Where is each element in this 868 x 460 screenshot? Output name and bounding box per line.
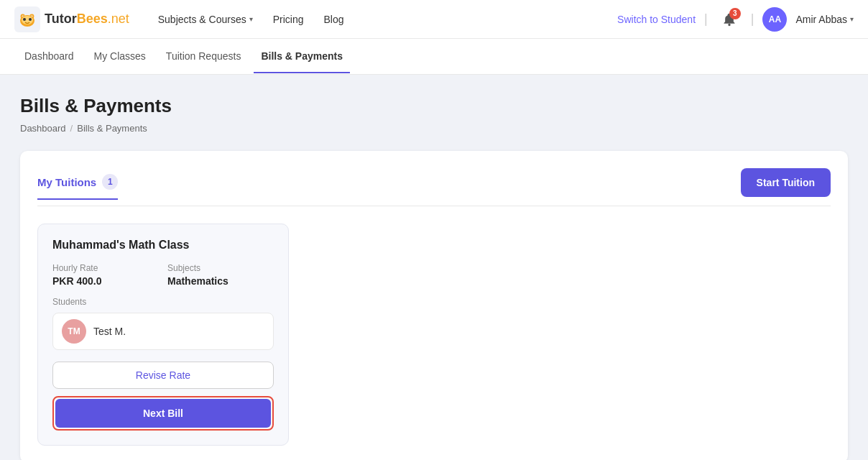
tab-my-tuitions[interactable]: My Tuitions 1 [37, 174, 118, 200]
student-row: TM Test M. [52, 313, 274, 350]
next-bill-button-wrapper: Next Bill [52, 396, 274, 431]
tab-row: My Tuitions 1 Start Tuition [37, 168, 831, 206]
user-menu[interactable]: Amir Abbas ▾ [795, 14, 854, 25]
notification-badge: 3 [729, 8, 741, 19]
hourly-rate-label: Hourly Rate [52, 263, 159, 273]
navbar: TutorBees.net Subjects & Courses ▾ Prici… [0, 0, 868, 39]
tuition-count-badge: 1 [102, 174, 118, 190]
page-content: Bills & Payments Dashboard / Bills & Pay… [0, 75, 868, 460]
svg-point-4 [29, 18, 32, 21]
logo-icon [14, 6, 40, 32]
nav-right: Switch to Student | 3 | AA Amir Abbas ▾ [617, 6, 854, 32]
notification-button[interactable]: 3 [716, 6, 742, 32]
next-bill-button[interactable]: Next Bill [55, 399, 271, 428]
sub-nav: Dashboard My Classes Tuition Requests Bi… [0, 39, 868, 75]
subjects-label: Subjects [167, 263, 274, 273]
start-tuition-button[interactable]: Start Tuition [741, 168, 831, 197]
svg-point-5 [728, 23, 730, 25]
main-card: My Tuitions 1 Start Tuition Muhammad's M… [20, 151, 848, 460]
tuition-card-title: Muhammad's Math Class [52, 239, 274, 252]
logo[interactable]: TutorBees.net [14, 6, 129, 32]
nav-divider-2: | [751, 12, 754, 27]
students-section: Students TM Test M. [52, 297, 274, 350]
subnav-tuition-requests[interactable]: Tuition Requests [159, 40, 249, 73]
student-avatar: TM [62, 319, 86, 344]
nav-pricing[interactable]: Pricing [266, 9, 311, 29]
svg-point-3 [23, 18, 26, 21]
chevron-down-icon: ▾ [850, 15, 854, 23]
revise-rate-button[interactable]: Revise Rate [52, 362, 274, 389]
subnav-dashboard[interactable]: Dashboard [17, 40, 81, 73]
tuition-meta-grid: Hourly Rate PKR 400.0 Subjects Mathemati… [52, 263, 274, 287]
subnav-my-classes[interactable]: My Classes [87, 40, 153, 73]
nav-links: Subjects & Courses ▾ Pricing Blog [151, 9, 351, 29]
nav-subjects-courses[interactable]: Subjects & Courses ▾ [151, 9, 260, 29]
logo-text: TutorBees.net [45, 12, 129, 27]
hourly-rate-value: PKR 400.0 [52, 275, 159, 287]
nav-divider: | [704, 12, 708, 27]
tuition-card: Muhammad's Math Class Hourly Rate PKR 40… [37, 224, 289, 446]
avatar: AA [762, 7, 787, 32]
page-title: Bills & Payments [20, 95, 848, 117]
breadcrumb-home[interactable]: Dashboard [20, 123, 66, 134]
chevron-down-icon: ▾ [249, 15, 253, 23]
subjects-section: Subjects Mathematics [167, 263, 274, 287]
breadcrumb-current: Bills & Payments [77, 123, 147, 134]
subnav-bills-payments[interactable]: Bills & Payments [254, 40, 350, 73]
hourly-rate-section: Hourly Rate PKR 400.0 [52, 263, 159, 287]
breadcrumb-separator: / [70, 123, 73, 134]
breadcrumb: Dashboard / Bills & Payments [20, 123, 848, 134]
subjects-value: Mathematics [167, 275, 274, 287]
student-name: Test M. [93, 326, 126, 337]
nav-blog[interactable]: Blog [316, 9, 351, 29]
students-label: Students [52, 297, 274, 307]
switch-to-student-button[interactable]: Switch to Student [617, 14, 696, 25]
